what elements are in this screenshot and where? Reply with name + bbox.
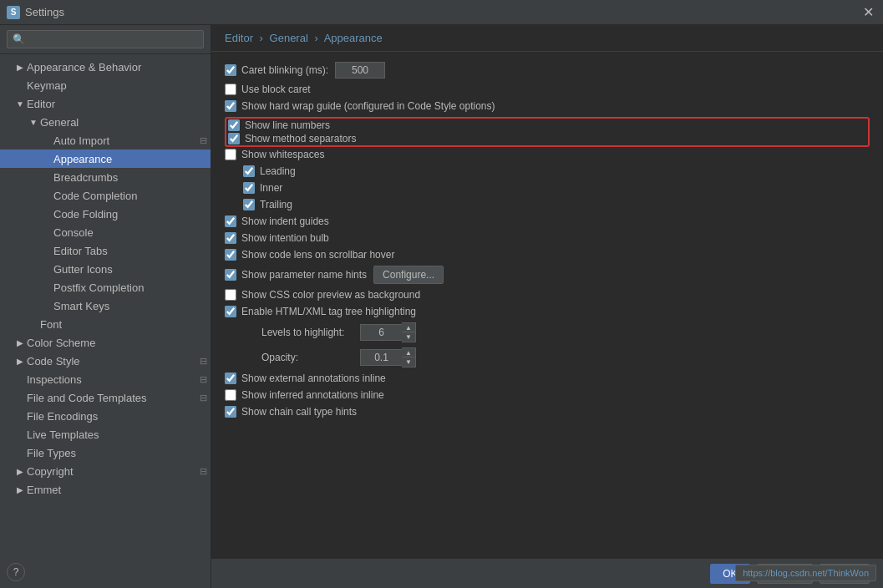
show-hard-wrap-checkbox[interactable] xyxy=(225,100,236,112)
sidebar-item-console[interactable]: Console xyxy=(0,223,211,241)
show-css-color-label[interactable]: Show CSS color preview as background xyxy=(225,289,420,301)
leading-label[interactable]: Leading xyxy=(243,165,296,177)
show-inferred-annotations-row: Show inferred annotations inline xyxy=(225,389,870,401)
enable-html-xml-label[interactable]: Enable HTML/XML tag tree highlighting xyxy=(225,306,416,317)
sidebar-item-label: Code Style xyxy=(27,355,196,368)
breadcrumb-editor: Editor xyxy=(225,32,253,44)
show-indent-guides-checkbox[interactable] xyxy=(225,215,236,227)
show-line-numbers-label[interactable]: Show line numbers xyxy=(228,119,330,131)
configure-button[interactable]: Configure... xyxy=(373,266,444,284)
sidebar-item-breadcrumbs[interactable]: Breadcrumbs xyxy=(0,168,211,186)
show-line-numbers-checkbox[interactable] xyxy=(228,119,240,131)
leading-text: Leading xyxy=(260,165,296,177)
use-block-caret-text: Use block caret xyxy=(241,84,311,95)
levels-input[interactable] xyxy=(360,324,402,341)
trailing-label[interactable]: Trailing xyxy=(243,199,292,210)
sidebar-item-label: Code Completion xyxy=(53,190,207,202)
sidebar-item-code-folding[interactable]: Code Folding xyxy=(0,205,211,223)
sidebar-item-editor-tabs[interactable]: Editor Tabs xyxy=(0,241,211,260)
inner-checkbox[interactable] xyxy=(243,182,255,194)
settings-panel: Caret blinking (ms): Use block caret Sho… xyxy=(211,52,883,558)
caret-blinking-checkbox-label[interactable]: Caret blinking (ms): xyxy=(225,64,328,76)
sidebar-item-copyright[interactable]: ▶ Copyright ⊟ xyxy=(0,462,211,480)
sidebar-item-appearance[interactable]: Appearance xyxy=(0,150,211,168)
sidebar-item-appearance-behavior[interactable]: ▶ Appearance & Behavior xyxy=(0,58,211,76)
show-code-lens-label[interactable]: Show code lens on scrollbar hover xyxy=(225,249,394,261)
external-icon: ⊟ xyxy=(200,466,207,477)
inner-label[interactable]: Inner xyxy=(243,182,282,194)
inner-row: Inner xyxy=(225,182,870,194)
sidebar-item-file-code-templates[interactable]: File and Code Templates ⊟ xyxy=(0,388,211,407)
sidebar-item-file-encodings[interactable]: File Encodings xyxy=(0,407,211,425)
levels-down-arrow[interactable]: ▼ xyxy=(402,332,415,342)
show-code-lens-text: Show code lens on scrollbar hover xyxy=(241,249,394,261)
show-css-color-checkbox[interactable] xyxy=(225,289,236,301)
caret-blinking-checkbox[interactable] xyxy=(225,64,236,76)
leading-checkbox[interactable] xyxy=(243,165,255,177)
show-parameter-hints-label[interactable]: Show parameter name hints xyxy=(225,269,367,281)
use-block-caret-label[interactable]: Use block caret xyxy=(225,84,311,95)
show-code-lens-checkbox[interactable] xyxy=(225,249,236,261)
sidebar-item-general[interactable]: ▼ General xyxy=(0,113,211,131)
show-whitespaces-checkbox[interactable] xyxy=(225,149,236,160)
sidebar-item-gutter-icons[interactable]: Gutter Icons xyxy=(0,260,211,278)
search-input[interactable] xyxy=(7,30,204,48)
caret-blinking-input[interactable] xyxy=(335,62,385,79)
help-button[interactable]: ? xyxy=(7,563,25,581)
close-button[interactable]: ✕ xyxy=(860,4,876,21)
expand-arrow xyxy=(13,391,27,404)
trailing-text: Trailing xyxy=(260,199,292,210)
opacity-input[interactable] xyxy=(360,349,402,366)
show-method-separators-row: Show method separators xyxy=(228,133,866,144)
show-chain-call-checkbox[interactable] xyxy=(225,406,236,418)
sidebar-item-postfix-completion[interactable]: Postfix Completion xyxy=(0,278,211,297)
expand-arrow: ▼ xyxy=(13,97,27,110)
sidebar-item-font[interactable]: Font xyxy=(0,315,211,333)
show-inferred-annotations-label[interactable]: Show inferred annotations inline xyxy=(225,389,384,401)
show-hard-wrap-label[interactable]: Show hard wrap guide (configured in Code… xyxy=(225,100,495,112)
sidebar-item-code-style[interactable]: ▶ Code Style ⊟ xyxy=(0,352,211,370)
sidebar-item-auto-import[interactable]: Auto Import ⊟ xyxy=(0,131,211,150)
expand-arrow xyxy=(27,317,40,331)
show-inferred-annotations-checkbox[interactable] xyxy=(225,389,236,401)
sidebar-item-code-completion[interactable]: Code Completion xyxy=(0,186,211,205)
red-highlight-group: Show line numbers Show method separators xyxy=(225,117,870,147)
show-external-annotations-label[interactable]: Show external annotations inline xyxy=(225,373,386,384)
show-indent-guides-text: Show indent guides xyxy=(241,215,329,227)
show-indent-guides-label[interactable]: Show indent guides xyxy=(225,215,329,227)
sidebar-item-inspections[interactable]: Inspections ⊟ xyxy=(0,370,211,388)
opacity-down-arrow[interactable]: ▼ xyxy=(402,357,415,367)
sidebar-item-label: Editor xyxy=(27,98,207,110)
show-intention-bulb-label[interactable]: Show intention bulb xyxy=(225,232,329,244)
show-method-separators-checkbox[interactable] xyxy=(228,133,240,144)
sidebar-item-editor[interactable]: ▼ Editor xyxy=(0,94,211,113)
use-block-caret-checkbox[interactable] xyxy=(225,84,236,95)
sidebar-item-keymap[interactable]: Keymap xyxy=(0,76,211,94)
levels-row: Levels to highlight: ▲ ▼ xyxy=(225,322,870,342)
sidebar-item-label: Breadcrumbs xyxy=(53,171,207,184)
sidebar-item-color-scheme[interactable]: ▶ Color Scheme xyxy=(0,333,211,352)
sidebar-item-smart-keys[interactable]: Smart Keys xyxy=(0,297,211,315)
sidebar-item-emmet[interactable]: ▶ Emmet xyxy=(0,480,211,499)
show-method-separators-label[interactable]: Show method separators xyxy=(228,133,356,144)
show-chain-call-label[interactable]: Show chain call type hints xyxy=(225,406,357,418)
sidebar-item-label: File and Code Templates xyxy=(27,392,196,404)
sidebar-item-file-types[interactable]: File Types xyxy=(0,444,211,462)
sidebar-item-label: Postfix Completion xyxy=(53,281,207,294)
sidebar-item-live-templates[interactable]: Live Templates xyxy=(0,425,211,444)
opacity-up-arrow[interactable]: ▲ xyxy=(402,348,415,357)
show-inferred-annotations-text: Show inferred annotations inline xyxy=(241,389,384,401)
title-bar: S Settings ✕ xyxy=(0,0,883,25)
opacity-label: Opacity: xyxy=(261,352,353,363)
enable-html-xml-checkbox[interactable] xyxy=(225,306,236,317)
show-whitespaces-label[interactable]: Show whitespaces xyxy=(225,149,324,160)
trailing-checkbox[interactable] xyxy=(243,199,255,210)
expand-arrow xyxy=(40,299,53,312)
caret-blinking-row: Caret blinking (ms): xyxy=(225,62,870,79)
expand-arrow: ▶ xyxy=(13,60,27,74)
expand-arrow xyxy=(13,409,27,423)
show-intention-bulb-checkbox[interactable] xyxy=(225,232,236,244)
show-external-annotations-checkbox[interactable] xyxy=(225,373,236,384)
show-parameter-hints-checkbox[interactable] xyxy=(225,269,236,281)
levels-up-arrow[interactable]: ▲ xyxy=(402,323,415,332)
